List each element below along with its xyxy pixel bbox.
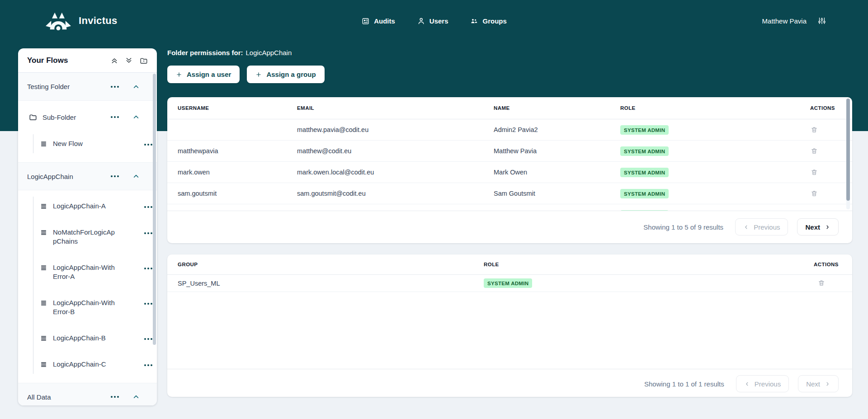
delete-user-button[interactable] (810, 146, 819, 155)
table-row: mark.owen mark.owen.local@codit.eu Mark … (167, 162, 852, 183)
more-options-icon[interactable] (110, 115, 120, 119)
table-row: SP_Users_ML SYSTEM ADMIN (167, 275, 852, 292)
nav-users[interactable]: Users (417, 17, 448, 25)
more-options-icon[interactable] (110, 174, 120, 178)
results-summary: Showing 1 to 1 of 1 results (644, 380, 724, 388)
chevron-right-icon (825, 381, 830, 387)
settings-sliders-icon[interactable] (817, 16, 826, 25)
plus-icon (176, 71, 182, 78)
cell-actions (804, 119, 852, 141)
cell-email: matthew@codit.eu (287, 141, 483, 162)
trash-icon (811, 169, 818, 176)
previous-page-button[interactable]: Previous (736, 375, 789, 392)
cell-username: mark.owen (167, 162, 287, 183)
sidebar-item-flow[interactable]: LogicAppChain-WithError-A (33, 258, 157, 286)
more-options-icon[interactable] (143, 267, 153, 270)
more-options-icon[interactable] (143, 337, 153, 341)
collapse-all-icon[interactable] (111, 57, 118, 64)
delete-user-button[interactable] (810, 189, 819, 198)
previous-label: Previous (755, 380, 781, 388)
table-row: admin matthew.paviaaa@codit.eu admin pav… (167, 204, 852, 211)
delete-user-button[interactable] (810, 125, 819, 134)
delete-user-button[interactable] (810, 210, 819, 211)
sidebar-section-logicappchain[interactable]: LogicAppChain (18, 162, 157, 190)
chevron-up-icon[interactable] (132, 113, 140, 121)
invictus-logo-icon (45, 11, 71, 30)
results-summary: Showing 1 to 5 of 9 results (643, 223, 723, 231)
more-options-icon[interactable] (143, 363, 153, 367)
folder-icon (29, 113, 37, 121)
cell-name: Matthew Pavia (483, 141, 610, 162)
more-options-icon[interactable] (110, 395, 120, 399)
nav-groups-label: Groups (483, 17, 507, 25)
more-options-icon[interactable] (143, 231, 153, 235)
flow-icon (40, 361, 47, 368)
sidebar-item-flow[interactable]: NoMatchForLogicAppChains (33, 223, 157, 251)
groups-icon (470, 17, 479, 25)
page-title-value: LogicAppChain (246, 49, 292, 56)
sidebar-section-testing-folder[interactable]: Testing Folder (18, 73, 157, 101)
cell-role: SYSTEM ADMIN (610, 162, 804, 183)
users-icon (417, 17, 425, 25)
more-options-icon[interactable] (143, 143, 153, 146)
previous-page-button[interactable]: Previous (735, 218, 788, 235)
sub-folder-children: New Flow (33, 134, 157, 153)
cell-email: sam.goutsmit@codit.eu (287, 183, 483, 204)
col-username: USERNAME (167, 97, 287, 119)
sidebar-header: Your Flows (18, 48, 157, 73)
col-group: GROUP (167, 254, 473, 275)
sidebar-section-all-data[interactable]: All Data (18, 383, 157, 405)
section-label: All Data (27, 393, 51, 401)
sidebar-item-flow[interactable]: LogicAppChain-C (33, 355, 157, 374)
nav-groups[interactable]: Groups (470, 17, 507, 25)
cell-role: SYSTEM ADMIN (610, 204, 804, 211)
chevron-up-icon[interactable] (132, 173, 140, 180)
sidebar-item-flow[interactable]: New Flow (33, 134, 157, 153)
sidebar-item-flow[interactable]: LogicAppChain-A (33, 197, 157, 216)
flow-icon (40, 299, 47, 307)
sub-folder-label: Sub-Folder (42, 113, 76, 121)
section-label: Testing Folder (27, 83, 70, 90)
flow-icon (40, 334, 47, 342)
logicappchain-children: LogicAppChain-A NoMatchForLogicAppChains… (33, 197, 157, 374)
brand[interactable]: Invictus (45, 11, 118, 30)
table-row: matthew.pavia@codit.eu Admin2 Pavia2 SYS… (167, 119, 852, 141)
cell-username (167, 119, 287, 141)
cell-email: matthew.paviaaa@codit.eu (287, 204, 483, 211)
nav-users-label: Users (429, 17, 448, 25)
assign-user-button[interactable]: Assign a user (167, 66, 240, 83)
new-folder-icon[interactable] (140, 56, 148, 65)
col-name: NAME (483, 97, 610, 119)
scrollbar-thumb[interactable] (846, 99, 850, 201)
chevron-left-icon (744, 381, 750, 387)
assign-group-button[interactable]: Assign a group (247, 66, 324, 83)
next-page-button[interactable]: Next (798, 375, 839, 392)
more-options-icon[interactable] (143, 205, 153, 209)
sidebar-item-flow[interactable]: LogicAppChain-B (33, 329, 157, 348)
next-page-button[interactable]: Next (797, 218, 839, 235)
chevron-up-icon[interactable] (132, 83, 140, 90)
more-options-icon[interactable] (143, 302, 153, 306)
nav-audits[interactable]: Audits (361, 17, 395, 25)
trash-icon (811, 126, 818, 133)
expand-all-icon[interactable] (125, 57, 132, 64)
table-row: matthewpavia matthew@codit.eu Matthew Pa… (167, 141, 852, 162)
chevron-up-icon[interactable] (132, 393, 140, 400)
user-menu[interactable]: Matthew Pavia (762, 17, 807, 25)
sidebar-item-flow[interactable]: LogicAppChain-WithError-B (33, 293, 157, 321)
flow-name: NoMatchForLogicAppChains (53, 228, 117, 246)
flow-icon (40, 264, 47, 272)
sidebar-item-sub-folder[interactable]: Sub-Folder (18, 106, 157, 128)
sidebar-scrollbar[interactable] (153, 74, 156, 345)
cell-username: admin (167, 204, 287, 211)
flow-icon (40, 202, 47, 210)
users-table-scrollbar[interactable] (846, 99, 850, 209)
delete-user-button[interactable] (810, 168, 819, 177)
more-options-icon[interactable] (110, 85, 120, 89)
page-title: Folder permissions for:LogicAppChain (167, 49, 292, 56)
cell-actions (804, 162, 852, 183)
cell-actions (804, 183, 852, 204)
audits-icon (361, 17, 370, 25)
role-badge: SYSTEM ADMIN (620, 168, 669, 177)
delete-group-button[interactable] (817, 278, 826, 287)
